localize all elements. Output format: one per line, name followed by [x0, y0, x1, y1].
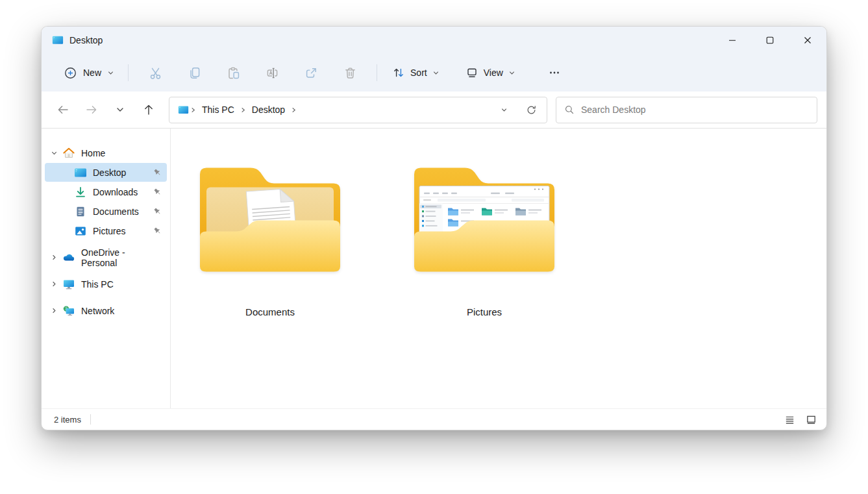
chevron-collapsed-icon[interactable] [50, 280, 58, 288]
pin-icon [153, 226, 162, 236]
more-options-button[interactable] [535, 60, 574, 86]
cut-button[interactable] [136, 60, 175, 86]
sidebar-item-desktop[interactable]: Desktop [45, 163, 167, 182]
large-icons-view-icon [806, 414, 817, 425]
share-button[interactable] [291, 60, 330, 86]
sidebar-item-onedrive[interactable]: OneDrive - Personal [45, 248, 167, 267]
navigation-bar: This PC Desktop [42, 92, 826, 129]
sidebar-item-label: Home [81, 148, 105, 158]
minimize-icon [727, 35, 738, 45]
close-icon [802, 35, 813, 45]
sort-arrows-icon [392, 66, 405, 79]
more-ellipsis-icon [548, 66, 561, 79]
copy-icon [187, 66, 202, 80]
delete-button[interactable] [330, 60, 369, 86]
close-button[interactable] [789, 27, 826, 54]
file-item-documents[interactable]: Documents [199, 164, 341, 317]
details-view-button[interactable] [782, 412, 797, 427]
onedrive-cloud-icon [62, 251, 75, 264]
sidebar-item-label: Pictures [93, 226, 126, 236]
file-item-label: Documents [245, 306, 295, 317]
maximize-icon [765, 35, 775, 45]
sidebar-item-documents[interactable]: Documents [45, 202, 167, 221]
sidebar-item-downloads[interactable]: Downloads [45, 182, 167, 201]
up-button[interactable] [139, 100, 158, 119]
pictures-icon [74, 225, 87, 238]
search-box[interactable] [556, 97, 817, 123]
sidebar-item-label: Downloads [93, 187, 138, 197]
delete-icon [343, 66, 358, 80]
sidebar-item-home[interactable]: Home [45, 143, 167, 162]
file-explorer-window: Desktop [41, 26, 827, 430]
sidebar-item-pictures[interactable]: Pictures [45, 221, 167, 240]
title-bar: Desktop [42, 27, 826, 54]
forward-button[interactable] [82, 100, 101, 119]
pin-icon [153, 187, 162, 197]
sidebar-item-network[interactable]: Network [45, 301, 167, 320]
folder-pictures-icon [413, 164, 556, 276]
cut-icon [148, 66, 163, 80]
address-chevron-icon [500, 106, 508, 114]
maximize-button[interactable] [751, 27, 789, 54]
refresh-icon [526, 105, 537, 116]
address-dropdown-button[interactable] [495, 101, 513, 119]
desktop-icon [178, 105, 189, 116]
sidebar-item-label: Desktop [93, 167, 126, 178]
large-icons-view-button[interactable] [803, 412, 819, 427]
desktop-icon [74, 166, 87, 179]
back-arrow-icon [56, 103, 69, 116]
plus-circle-icon [64, 66, 77, 80]
folder-documents-icon [199, 164, 341, 276]
window-controls [713, 27, 826, 54]
view-button-label: View [484, 68, 503, 78]
breadcrumb-chevron-icon [190, 106, 196, 114]
sidebar-item-label: Documents [93, 206, 139, 217]
file-grid: Documents [171, 129, 826, 408]
view-button[interactable]: View [458, 62, 523, 83]
pin-icon [153, 167, 162, 177]
file-item-pictures[interactable]: Pictures [413, 164, 556, 317]
status-divider [90, 414, 91, 425]
chevron-down-icon [107, 69, 114, 77]
address-bar[interactable]: This PC Desktop [169, 97, 547, 123]
status-bar: 2 items [42, 408, 826, 430]
sort-button[interactable]: Sort [384, 62, 447, 83]
minimize-button[interactable] [713, 27, 751, 54]
toolbar-divider [128, 64, 129, 81]
chevron-expanded-icon[interactable] [50, 149, 58, 157]
refresh-button[interactable] [522, 101, 540, 119]
breadcrumb-chevron-icon [240, 106, 246, 114]
network-icon [62, 304, 75, 317]
new-button[interactable]: New [57, 62, 121, 84]
chevron-down-icon [432, 69, 440, 77]
up-arrow-icon [142, 103, 155, 116]
rename-button[interactable] [253, 60, 291, 86]
search-input[interactable] [581, 105, 810, 115]
sidebar-item-label: Network [81, 306, 114, 316]
item-count: 2 items [54, 415, 81, 425]
details-view-icon [784, 414, 795, 425]
chevron-collapsed-icon[interactable] [50, 253, 58, 262]
paste-button[interactable] [214, 60, 253, 86]
view-square-icon [465, 66, 478, 79]
documents-icon [74, 205, 87, 218]
copy-button[interactable] [175, 60, 214, 86]
chevron-collapsed-icon[interactable] [50, 306, 58, 315]
pin-icon [153, 206, 162, 216]
search-icon [564, 105, 575, 115]
downloads-icon [74, 186, 87, 199]
navigation-pane: Home Desktop [42, 129, 171, 408]
desktop-icon [52, 34, 64, 46]
recent-chevron-icon [116, 105, 125, 114]
back-button[interactable] [53, 100, 73, 119]
sidebar-item-label: OneDrive - Personal [81, 247, 162, 268]
recent-locations-button[interactable] [110, 100, 130, 119]
command-toolbar: New [42, 54, 826, 92]
explorer-body: Home Desktop [42, 129, 826, 408]
paste-icon [226, 66, 241, 80]
breadcrumb-desktop[interactable]: Desktop [247, 102, 290, 117]
breadcrumb-this-pc[interactable]: This PC [197, 102, 239, 117]
file-item-label: Pictures [467, 306, 502, 317]
sidebar-item-this-pc[interactable]: This PC [45, 275, 167, 293]
sidebar-item-label: This PC [81, 279, 114, 290]
